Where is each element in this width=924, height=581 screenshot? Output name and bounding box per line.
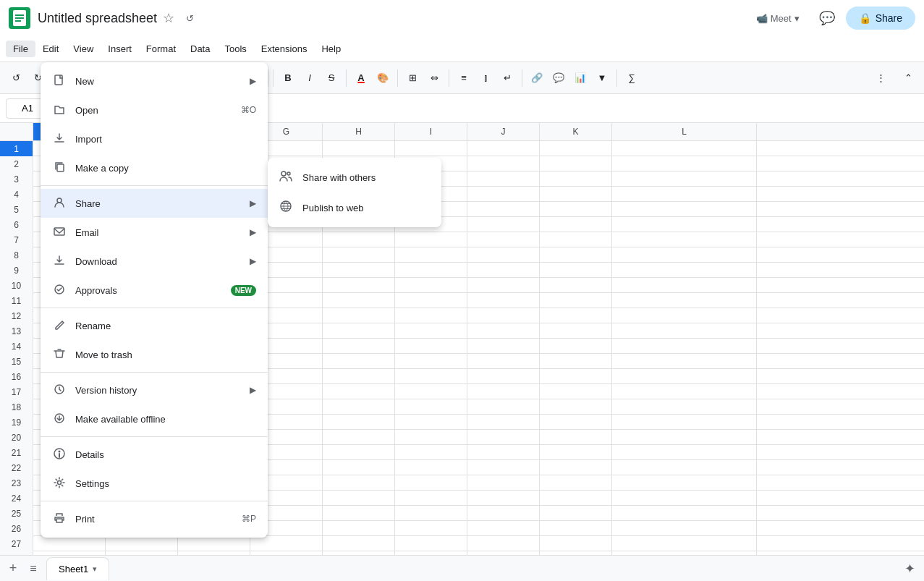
grid-cell[interactable] bbox=[612, 399, 757, 415]
text-color-button[interactable]: A bbox=[351, 67, 371, 89]
grid-cell[interactable] bbox=[467, 156, 540, 171]
menu-item-make-copy[interactable]: Make a copy bbox=[41, 153, 268, 182]
row-num-22[interactable]: 22 bbox=[0, 460, 33, 475]
grid-cell[interactable] bbox=[540, 536, 612, 551]
grid-cell[interactable] bbox=[467, 202, 540, 217]
link-button[interactable]: 🔗 bbox=[527, 67, 547, 89]
grid-cell[interactable] bbox=[323, 445, 395, 460]
grid-cell[interactable] bbox=[395, 415, 467, 430]
grid-cell[interactable] bbox=[467, 430, 540, 445]
grid-cell[interactable] bbox=[540, 156, 612, 171]
grid-cell[interactable] bbox=[540, 460, 612, 475]
grid-cell[interactable] bbox=[323, 369, 395, 384]
grid-cell[interactable] bbox=[540, 384, 612, 399]
col-header-k[interactable]: K bbox=[540, 123, 612, 140]
grid-cell[interactable] bbox=[612, 354, 757, 369]
col-header-h[interactable]: H bbox=[323, 123, 395, 140]
menu-item-email[interactable]: Email ▶ bbox=[41, 218, 268, 247]
row-num-9[interactable]: 9 bbox=[0, 263, 33, 278]
row-num-14[interactable]: 14 bbox=[0, 339, 33, 354]
grid-cell[interactable] bbox=[612, 278, 757, 293]
grid-cell[interactable] bbox=[395, 339, 467, 354]
row-num-3[interactable]: 3 bbox=[0, 171, 33, 187]
toolbar-more-button[interactable]: ⋮ bbox=[870, 67, 891, 89]
meet-button[interactable]: 📹 Meet ▾ bbox=[747, 9, 808, 28]
row-num-15[interactable]: 15 bbox=[0, 354, 33, 369]
grid-cell[interactable] bbox=[323, 521, 395, 536]
explore-button[interactable]: ✦ bbox=[904, 561, 915, 577]
grid-cell[interactable] bbox=[323, 278, 395, 293]
grid-cell[interactable] bbox=[395, 323, 467, 339]
borders-button[interactable]: ⊞ bbox=[402, 67, 423, 89]
row-num-27[interactable]: 27 bbox=[0, 536, 33, 551]
grid-cell[interactable] bbox=[540, 521, 612, 536]
grid-cell[interactable] bbox=[540, 415, 612, 430]
menu-item-approvals[interactable]: Approvals NEW bbox=[41, 276, 268, 305]
grid-cell[interactable] bbox=[467, 460, 540, 475]
star-icon[interactable]: ☆ bbox=[163, 10, 174, 26]
grid-cell[interactable] bbox=[540, 232, 612, 247]
grid-cell[interactable] bbox=[612, 263, 757, 278]
grid-cell[interactable] bbox=[467, 445, 540, 460]
row-num-25[interactable]: 25 bbox=[0, 506, 33, 521]
grid-cell[interactable] bbox=[323, 339, 395, 354]
grid-cell[interactable] bbox=[395, 445, 467, 460]
grid-cell[interactable] bbox=[612, 430, 757, 445]
filter-button[interactable]: ▼ bbox=[592, 67, 612, 89]
v-align-button[interactable]: ⫿ bbox=[475, 67, 496, 89]
grid-cell[interactable] bbox=[467, 369, 540, 384]
grid-cell[interactable] bbox=[395, 460, 467, 475]
row-num-10[interactable]: 10 bbox=[0, 278, 33, 293]
grid-cell[interactable] bbox=[540, 339, 612, 354]
grid-cell[interactable] bbox=[178, 536, 250, 551]
menu-item-extensions[interactable]: Extensions bbox=[254, 41, 315, 57]
grid-cell[interactable] bbox=[467, 171, 540, 187]
grid-cell[interactable] bbox=[467, 536, 540, 551]
doc-title[interactable]: Untitled spreadsheet bbox=[38, 11, 157, 26]
grid-cell[interactable] bbox=[323, 491, 395, 506]
grid-cell[interactable] bbox=[323, 354, 395, 369]
grid-cell[interactable] bbox=[540, 247, 612, 263]
col-header-i[interactable]: I bbox=[395, 123, 467, 140]
grid-cell[interactable] bbox=[467, 293, 540, 308]
grid-cell[interactable] bbox=[612, 141, 757, 156]
grid-cell[interactable] bbox=[467, 339, 540, 354]
grid-cell[interactable] bbox=[467, 141, 540, 156]
grid-cell[interactable] bbox=[323, 308, 395, 323]
grid-cell[interactable] bbox=[467, 415, 540, 430]
grid-cell[interactable] bbox=[323, 293, 395, 308]
grid-cell[interactable] bbox=[395, 384, 467, 399]
grid-cell[interactable] bbox=[323, 415, 395, 430]
grid-cell[interactable] bbox=[612, 171, 757, 187]
grid-cell[interactable] bbox=[540, 293, 612, 308]
grid-cell[interactable] bbox=[467, 263, 540, 278]
row-num-21[interactable]: 21 bbox=[0, 445, 33, 460]
grid-cell[interactable] bbox=[540, 217, 612, 232]
grid-cell[interactable] bbox=[540, 171, 612, 187]
grid-cell[interactable] bbox=[395, 506, 467, 521]
fill-color-button[interactable]: 🎨 bbox=[373, 67, 393, 89]
row-num-1[interactable]: 1 bbox=[0, 141, 33, 156]
menu-item-details[interactable]: Details bbox=[41, 440, 268, 469]
grid-cell[interactable] bbox=[540, 506, 612, 521]
grid-cell[interactable] bbox=[395, 232, 467, 247]
h-align-button[interactable]: ≡ bbox=[454, 67, 474, 89]
grid-cell[interactable] bbox=[540, 399, 612, 415]
grid-cell[interactable] bbox=[467, 232, 540, 247]
menu-item-move-trash[interactable]: Move to trash bbox=[41, 340, 268, 369]
grid-cell[interactable] bbox=[540, 323, 612, 339]
row-num-16[interactable]: 16 bbox=[0, 369, 33, 384]
grid-cell[interactable] bbox=[323, 475, 395, 491]
grid-cell[interactable] bbox=[33, 536, 106, 551]
grid-cell[interactable] bbox=[467, 354, 540, 369]
grid-cell[interactable] bbox=[612, 232, 757, 247]
grid-cell[interactable] bbox=[540, 354, 612, 369]
row-num-6[interactable]: 6 bbox=[0, 217, 33, 232]
grid-cell[interactable] bbox=[540, 141, 612, 156]
grid-cell[interactable] bbox=[323, 506, 395, 521]
menu-item-data[interactable]: Data bbox=[183, 41, 217, 57]
grid-cell[interactable] bbox=[612, 460, 757, 475]
grid-cell[interactable] bbox=[467, 278, 540, 293]
grid-cell[interactable] bbox=[467, 521, 540, 536]
grid-cell[interactable] bbox=[467, 323, 540, 339]
